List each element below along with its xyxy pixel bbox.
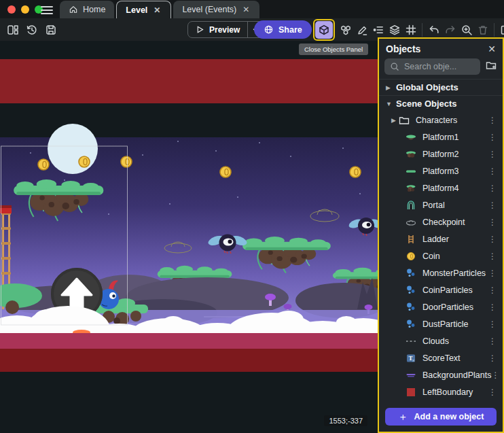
share-button[interactable]: Share bbox=[254, 20, 312, 39]
object-item-Ladder[interactable]: ▶ Ladder ⋮ bbox=[379, 230, 503, 247]
search-input[interactable] bbox=[404, 62, 475, 71]
object-menu-icon[interactable]: ⋮ bbox=[488, 133, 503, 142]
object-menu-icon[interactable]: ⋮ bbox=[488, 167, 503, 176]
add-new-object-button[interactable]: ＋ Add a new object bbox=[385, 408, 497, 426]
edit-scene-properties-icon[interactable] bbox=[498, 22, 504, 38]
object-name: Platform1 bbox=[422, 133, 459, 142]
object-item-CoinParticles[interactable]: ▶ CoinParticles ⋮ bbox=[379, 281, 503, 298]
preview-button-group: Preview bbox=[187, 21, 264, 38]
instances-list-icon[interactable] bbox=[338, 22, 353, 38]
object-item-ScoreText[interactable]: ▶ Tx ScoreText ⋮ bbox=[379, 349, 503, 366]
close-window-icon[interactable] bbox=[7, 5, 16, 14]
object-name: LeftBoundary bbox=[422, 387, 473, 397]
tab-label: Home bbox=[83, 5, 105, 14]
object-menu-icon[interactable]: ⋮ bbox=[488, 336, 503, 346]
particles-thumbnail-icon bbox=[405, 318, 417, 330]
section-scene-objects[interactable]: ▼ Scene Objects bbox=[379, 95, 503, 111]
object-item-Characters[interactable]: ▶ Characters ⋮ bbox=[379, 111, 503, 128]
ladder-thumbnail-icon bbox=[405, 233, 417, 245]
properties-icon[interactable] bbox=[370, 22, 386, 38]
edit-pencil-icon[interactable] bbox=[354, 22, 370, 38]
layers-icon[interactable] bbox=[386, 22, 402, 38]
object-item-DoorParticles[interactable]: ▶ DoorParticles ⋮ bbox=[379, 298, 503, 315]
object-menu-icon[interactable]: ⋮ bbox=[488, 387, 503, 397]
object-menu-icon[interactable]: ⋮ bbox=[488, 150, 503, 159]
preview-label: Preview bbox=[209, 25, 240, 35]
close-panel-icon[interactable]: ✕ bbox=[488, 44, 496, 54]
object-menu-icon[interactable]: ⋮ bbox=[488, 285, 503, 295]
chevron-right-icon: ▶ bbox=[391, 117, 398, 124]
object-name: Platform2 bbox=[422, 150, 459, 159]
object-item-LeftBoundary[interactable]: ▶ LeftBoundary ⋮ bbox=[379, 383, 503, 400]
text-thumbnail-icon: Tx bbox=[405, 352, 417, 364]
add-button-label: Add a new object bbox=[414, 412, 484, 421]
save-icon[interactable] bbox=[43, 22, 58, 38]
red-square-thumbnail-icon bbox=[405, 386, 417, 398]
trash-icon[interactable] bbox=[475, 22, 490, 38]
close-tab-icon[interactable]: ✕ bbox=[241, 5, 251, 14]
object-item-Platform3[interactable]: ▶ Platform3 ⋮ bbox=[379, 162, 503, 179]
history-icon[interactable] bbox=[24, 22, 39, 38]
home-icon bbox=[69, 5, 78, 14]
object-item-MonsterParticles[interactable]: ▶ MonsterParticles ⋮ bbox=[379, 264, 503, 281]
object-name: Platform3 bbox=[422, 167, 459, 176]
object-menu-icon[interactable]: ⋮ bbox=[488, 218, 503, 227]
section-global-objects[interactable]: ▶ Global Objects bbox=[379, 79, 503, 95]
tab-level[interactable]: Level ✕ bbox=[116, 1, 171, 18]
undo-icon[interactable] bbox=[426, 22, 442, 38]
object-item-Coin[interactable]: ▶ Coin ⋮ bbox=[379, 247, 503, 264]
cursor-coordinates: 1553;-337 bbox=[324, 415, 367, 426]
object-menu-icon[interactable]: ⋮ bbox=[488, 201, 503, 210]
titlebar: Home Level ✕ Level (Events) ✕ bbox=[0, 0, 504, 18]
object-item-Platform4[interactable]: ▶ Platform4 ⋮ bbox=[379, 179, 503, 196]
add-folder-icon[interactable] bbox=[485, 59, 497, 74]
object-name: MonsterParticles bbox=[422, 269, 486, 278]
tab-home[interactable]: Home bbox=[60, 1, 114, 18]
scene-editor-canvas[interactable]: 1553;-337 bbox=[0, 41, 378, 433]
object-name: Clouds bbox=[422, 336, 449, 346]
tab-label: Level (Events) bbox=[182, 5, 236, 14]
object-item-BackgroundPlants[interactable]: ▶ BackgroundPlants ⋮ bbox=[379, 366, 503, 383]
checkpoint-thumbnail-icon bbox=[405, 216, 417, 228]
object-name: Characters bbox=[416, 116, 457, 125]
preview-button[interactable]: Preview bbox=[188, 22, 247, 37]
object-item-DustParticle[interactable]: ▶ DustParticle ⋮ bbox=[379, 315, 503, 332]
redo-icon[interactable] bbox=[442, 22, 458, 38]
panel-layout-icon[interactable] bbox=[5, 22, 20, 38]
object-menu-icon[interactable]: ⋮ bbox=[488, 302, 503, 312]
object-item-Clouds[interactable]: ▶ Clouds ⋮ bbox=[379, 332, 503, 349]
object-item-Portal[interactable]: ▶ Portal ⋮ bbox=[379, 196, 503, 213]
portal-thumbnail-icon bbox=[405, 199, 417, 211]
object-name: BackgroundPlants bbox=[422, 370, 491, 380]
objects-panel-toggle-icon[interactable] bbox=[315, 21, 333, 39]
object-menu-icon[interactable]: ⋮ bbox=[488, 116, 503, 125]
object-menu-icon[interactable]: ⋮ bbox=[488, 184, 503, 193]
traffic-lights bbox=[7, 5, 43, 14]
object-item-Platform2[interactable]: ▶ Platform2 ⋮ bbox=[379, 145, 503, 162]
main-menu-icon[interactable] bbox=[41, 4, 53, 14]
plants-thumbnail-icon bbox=[405, 369, 417, 381]
minimize-window-icon[interactable] bbox=[21, 5, 29, 14]
close-tab-icon[interactable]: ✕ bbox=[152, 5, 162, 15]
zoom-in-icon[interactable] bbox=[458, 22, 474, 38]
object-menu-icon[interactable]: ⋮ bbox=[491, 370, 503, 380]
object-item-Checkpoint[interactable]: ▶ Checkpoint ⋮ bbox=[379, 213, 503, 230]
globe-icon bbox=[264, 24, 274, 35]
object-menu-icon[interactable]: ⋮ bbox=[488, 252, 503, 261]
object-menu-icon[interactable]: ⋮ bbox=[488, 269, 503, 278]
object-menu-icon[interactable]: ⋮ bbox=[488, 353, 503, 363]
platform1-thumbnail-icon bbox=[405, 131, 417, 143]
grid-icon[interactable] bbox=[403, 22, 418, 38]
object-name: CoinParticles bbox=[422, 285, 473, 295]
object-item-Platform1[interactable]: ▶ Platform1 ⋮ bbox=[379, 128, 503, 145]
folder-thumbnail-icon bbox=[398, 114, 410, 126]
object-menu-icon[interactable]: ⋮ bbox=[488, 235, 503, 244]
toolbar-separator bbox=[494, 23, 494, 37]
object-name: ScoreText bbox=[422, 353, 461, 363]
object-name: Checkpoint bbox=[422, 218, 465, 227]
scene-canvas[interactable] bbox=[0, 41, 378, 433]
toolbar-left-group bbox=[5, 18, 58, 41]
object-menu-icon[interactable]: ⋮ bbox=[488, 319, 503, 329]
tab-level-events[interactable]: Level (Events) ✕ bbox=[173, 1, 259, 18]
search-box[interactable] bbox=[384, 58, 480, 75]
